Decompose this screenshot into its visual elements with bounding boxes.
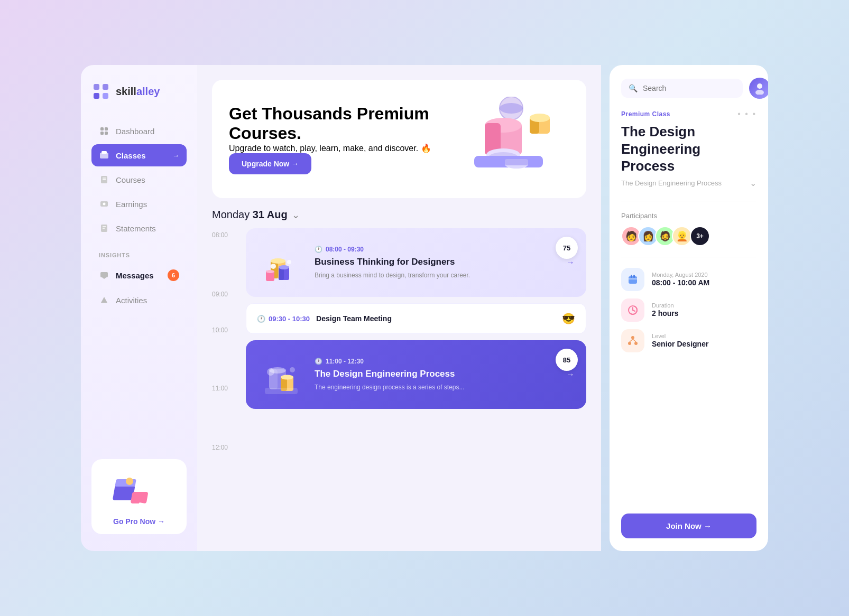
business-thinking-desc: Bring a business mind to design, transfo…: [315, 271, 557, 280]
svg-point-44: [271, 258, 285, 264]
time-11: 11:00: [212, 385, 244, 444]
business-thinking-title: Business Thinking for Designers: [315, 256, 557, 268]
svg-rect-2: [94, 93, 99, 99]
participants-label: Participants: [621, 212, 756, 220]
upgrade-button[interactable]: Upgrade Now →: [229, 153, 311, 174]
search-input[interactable]: [643, 84, 735, 92]
info-row-datetime: Monday, August 2020 08:00 - 10:00 AM: [621, 268, 756, 291]
business-thinking-info: 🕐 08:00 - 09:30 Business Thinking for De…: [315, 246, 557, 280]
svg-rect-22: [131, 492, 149, 503]
sidebar-item-earnings[interactable]: Earnings: [91, 193, 187, 215]
time-08: 08:00: [212, 231, 244, 291]
class-card-design-engineering[interactable]: 🕐 11:00 - 12:30 The Design Engineering P…: [246, 340, 586, 409]
participants-avatars: 🧑 👩 🧔 👱 3+: [621, 226, 756, 246]
meeting-title: Design Team Meeting: [316, 314, 556, 323]
sidebar-item-courses-label: Courses: [116, 175, 145, 184]
participant-4: 👱: [672, 226, 692, 246]
messages-badge: 6: [168, 269, 179, 281]
svg-rect-38: [505, 159, 528, 165]
sidebar-item-statements-label: Statements: [116, 224, 156, 233]
svg-rect-64: [631, 275, 632, 278]
datetime-value: 08:00 - 10:00 AM: [652, 278, 709, 287]
svg-point-50: [271, 264, 276, 269]
sidebar-item-statements[interactable]: Statements: [91, 217, 187, 239]
main-content: Get Thousands Premium Courses. Upgrade t…: [197, 65, 601, 551]
svg-rect-1: [103, 84, 108, 90]
datetime-info: Monday, August 2020 08:00 - 10:00 AM: [652, 272, 709, 287]
nav-list: Dashboard Classes → Courses Earnings: [91, 120, 187, 239]
meeting-clock-icon: 🕐: [257, 315, 265, 323]
svg-point-27: [500, 103, 523, 114]
svg-point-24: [126, 478, 133, 485]
class-card-business-thinking[interactable]: 🕐 08:00 - 09:30 Business Thinking for De…: [246, 228, 586, 297]
time-12: 12:00: [212, 444, 244, 503]
meeting-row[interactable]: 🕐 09:30 - 10:30 Design Team Meeting 😎: [246, 303, 586, 334]
time-labels: 08:00 09:00 10:00 11:00 12:00: [212, 228, 244, 503]
right-panel: 🔍 Premium Class • • • The Design Enginee…: [610, 65, 768, 551]
course-header: Premium Class • • • The Design Engineeri…: [621, 109, 756, 190]
svg-point-39: [475, 140, 482, 146]
duration-info: Duration 2 hours: [652, 302, 679, 318]
join-now-button[interactable]: Join Now →: [621, 514, 756, 538]
svg-point-71: [631, 336, 634, 339]
sidebar-item-dashboard-label: Dashboard: [116, 127, 154, 136]
participants-section: Participants 🧑 👩 🧔 👱 3+: [621, 212, 756, 246]
classes-arrow: →: [172, 152, 179, 160]
divider-2: [621, 257, 756, 257]
datetime-icon-wrap: [621, 268, 644, 291]
time-09: 09:00: [212, 291, 244, 326]
svg-point-14: [103, 203, 106, 206]
meeting-emoji: 😎: [562, 312, 575, 325]
clock-icon: 🕐: [315, 246, 322, 253]
design-engineering-arrow[interactable]: →: [566, 370, 575, 379]
hero-art: [442, 97, 569, 181]
more-options-button[interactable]: • • •: [737, 109, 756, 119]
svg-rect-4: [100, 127, 104, 130]
avatar[interactable]: [749, 78, 768, 99]
design-engineering-score: 85: [556, 349, 578, 371]
date-picker-chevron[interactable]: ⌄: [292, 209, 300, 221]
svg-point-72: [628, 342, 631, 345]
hero-banner: Get Thousands Premium Courses. Upgrade t…: [212, 80, 586, 198]
timeline-body: 🕐 08:00 - 09:30 Business Thinking for De…: [244, 228, 586, 503]
svg-point-47: [279, 265, 289, 269]
business-thinking-arrow[interactable]: →: [566, 258, 575, 267]
schedule-header: Monday 31 Aug ⌄: [212, 209, 586, 221]
activities-icon: [99, 295, 109, 305]
sidebar-item-classes[interactable]: Classes →: [91, 144, 187, 166]
design-engineering-title: The Design Engineering Process: [315, 368, 557, 380]
duration-label: Duration: [652, 302, 679, 309]
schedule-date-title: Monday 31 Aug: [212, 209, 288, 221]
logo: skillalley: [91, 82, 187, 101]
dashboard-icon: [99, 126, 109, 136]
course-subtitle: The Design Engineering Process: [621, 179, 722, 187]
schedule-area: Monday 31 Aug ⌄ 08:00 09:00 10:00: [212, 209, 586, 503]
sidebar-item-courses[interactable]: Courses: [91, 169, 187, 191]
sidebar-item-activities[interactable]: Activities: [91, 289, 187, 311]
svg-point-41: [546, 147, 551, 152]
svg-rect-23: [115, 479, 136, 487]
level-label: Level: [652, 333, 708, 339]
svg-point-61: [757, 83, 762, 89]
sidebar-item-messages[interactable]: Messages 6: [91, 264, 187, 287]
schedule-timeline: 08:00 09:00 10:00 11:00 12:00: [212, 228, 586, 503]
de-clock-icon: 🕐: [315, 358, 322, 365]
info-row-level: Level Senior Designer: [621, 329, 756, 352]
logo-icon: [91, 82, 110, 101]
go-pro-button[interactable]: Go Pro Now →: [113, 517, 165, 526]
statements-icon: [99, 223, 109, 234]
svg-line-74: [630, 339, 633, 342]
design-engineering-art: [257, 351, 305, 398]
svg-rect-65: [633, 275, 635, 278]
design-engineering-desc: The engineering design process is a seri…: [315, 383, 557, 392]
sidebar-item-classes-label: Classes: [116, 151, 146, 160]
insights-label: Insights: [99, 252, 179, 258]
insights-list: Messages 6 Activities: [91, 264, 187, 311]
svg-marker-19: [102, 277, 106, 279]
svg-point-35: [530, 114, 550, 122]
datetime-label: Monday, August 2020: [652, 272, 709, 278]
course-subtitle-chevron[interactable]: ⌄: [750, 178, 756, 188]
info-rows: Monday, August 2020 08:00 - 10:00 AM Dur…: [621, 268, 756, 352]
sidebar-item-dashboard[interactable]: Dashboard: [91, 120, 187, 142]
logo-text: skillalley: [116, 86, 160, 98]
